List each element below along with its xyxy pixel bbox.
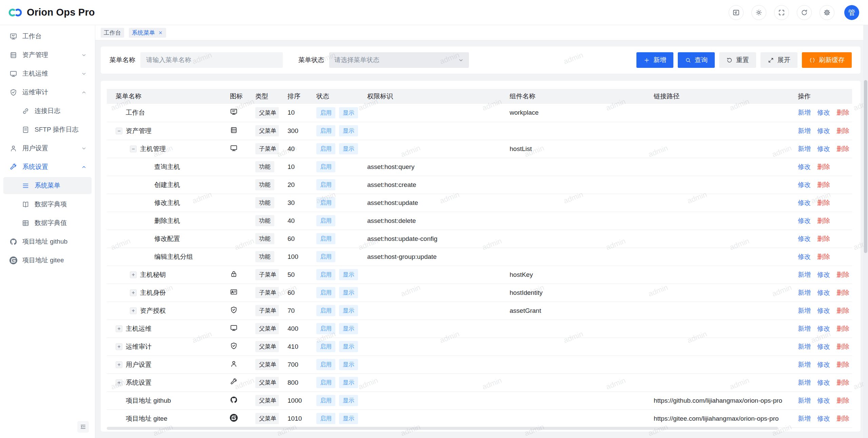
- refresh-button[interactable]: [797, 5, 812, 20]
- sidebar-item[interactable]: 项目地址 gitee: [3, 252, 92, 269]
- expand-row-button[interactable]: +: [116, 379, 122, 386]
- add-row-action[interactable]: 新增: [798, 325, 811, 332]
- add-row-action[interactable]: 新增: [798, 361, 811, 368]
- component-name: [501, 122, 645, 140]
- menu-sort: 50: [279, 266, 308, 284]
- edit-row-action[interactable]: 修改: [798, 199, 811, 206]
- sidebar-item[interactable]: 工作台: [3, 28, 92, 45]
- expand-row-button[interactable]: +: [130, 289, 137, 296]
- edit-row-action[interactable]: 修改: [798, 163, 811, 170]
- delete-row-action[interactable]: 删除: [836, 325, 849, 332]
- add-row-action[interactable]: 新增: [798, 145, 811, 152]
- edit-row-action[interactable]: 修改: [817, 379, 830, 386]
- collapse-row-button[interactable]: −: [130, 146, 137, 152]
- edit-row-action[interactable]: 修改: [817, 289, 830, 296]
- edit-row-action[interactable]: 修改: [817, 109, 830, 116]
- theme-button[interactable]: [751, 5, 766, 20]
- add-row-action[interactable]: 新增: [798, 379, 811, 386]
- edit-row-action[interactable]: 修改: [817, 343, 830, 350]
- refresh-cache-button[interactable]: 刷新缓存: [802, 52, 852, 68]
- tab-active[interactable]: 系统菜单: [129, 28, 166, 38]
- add-row-action[interactable]: 新增: [798, 397, 811, 404]
- delete-row-action[interactable]: 删除: [836, 343, 849, 350]
- edit-row-action[interactable]: 修改: [798, 181, 811, 188]
- sidebar: 工作台资产管理主机运维运维审计连接日志SFTP 操作日志用户设置系统设置系统菜单…: [0, 25, 95, 438]
- expand-row-button[interactable]: +: [116, 361, 122, 368]
- delete-row-action[interactable]: 删除: [817, 181, 830, 188]
- permission-code: asset:host:update-config: [358, 230, 501, 248]
- delete-row-action[interactable]: 删除: [817, 235, 830, 242]
- permission-code: [358, 410, 501, 427]
- collapse-row-button[interactable]: −: [116, 128, 122, 134]
- sidebar-item[interactable]: 运维审计: [3, 84, 92, 101]
- edit-row-action[interactable]: 修改: [817, 397, 830, 404]
- search-button[interactable]: 查询: [678, 52, 715, 68]
- edit-row-action[interactable]: 修改: [798, 217, 811, 224]
- delete-row-action[interactable]: 删除: [836, 307, 849, 314]
- expand-row-button[interactable]: +: [130, 307, 137, 314]
- delete-row-action[interactable]: 删除: [836, 145, 849, 152]
- menu-status-label: 菜单状态: [298, 56, 324, 64]
- add-row-action[interactable]: 新增: [798, 271, 811, 278]
- component-name: [501, 320, 645, 338]
- delete-row-action[interactable]: 删除: [836, 289, 849, 296]
- sidebar-item[interactable]: 项目地址 github: [3, 233, 92, 250]
- menu-type-tag: 功能: [255, 233, 274, 244]
- reset-button[interactable]: 重置: [719, 52, 756, 68]
- add-row-action[interactable]: 新增: [798, 127, 811, 134]
- code-window-button[interactable]: [729, 5, 744, 20]
- fullscreen-button[interactable]: [774, 5, 789, 20]
- edit-row-action[interactable]: 修改: [817, 271, 830, 278]
- add-row-action[interactable]: 新增: [798, 415, 811, 422]
- delete-row-action[interactable]: 删除: [817, 199, 830, 206]
- delete-row-action[interactable]: 删除: [836, 109, 849, 116]
- sidebar-collapse-button[interactable]: [77, 421, 89, 433]
- add-row-action[interactable]: 新增: [798, 109, 811, 116]
- edit-row-action[interactable]: 修改: [817, 145, 830, 152]
- delete-row-action[interactable]: 删除: [836, 415, 849, 422]
- sidebar-item[interactable]: 用户设置: [3, 140, 92, 157]
- sidebar-item[interactable]: 连接日志: [3, 102, 92, 119]
- add-button[interactable]: 新增: [636, 52, 673, 68]
- edit-row-action[interactable]: 修改: [817, 325, 830, 332]
- user-avatar[interactable]: 管: [844, 5, 859, 20]
- sidebar-item[interactable]: 系统菜单: [3, 177, 92, 194]
- close-icon[interactable]: [158, 30, 163, 35]
- app-logo: Orion Ops Pro: [8, 7, 95, 18]
- delete-row-action[interactable]: 删除: [817, 217, 830, 224]
- sidebar-item[interactable]: 数据字典值: [3, 214, 92, 231]
- add-row-action[interactable]: 新增: [798, 307, 811, 314]
- add-row-action[interactable]: 新增: [798, 289, 811, 296]
- edit-row-action[interactable]: 修改: [817, 361, 830, 368]
- horizontal-scrollbar-thumb[interactable]: [107, 427, 778, 430]
- menu-type-tag: 功能: [255, 179, 274, 190]
- topbar: Orion Ops Pro 管: [0, 0, 868, 25]
- sidebar-item[interactable]: 主机运维: [3, 65, 92, 82]
- vertical-scrollbar-thumb[interactable]: [864, 80, 867, 253]
- delete-row-action[interactable]: 删除: [836, 397, 849, 404]
- add-row-action[interactable]: 新增: [798, 343, 811, 350]
- expand-row-button[interactable]: +: [116, 325, 122, 332]
- delete-row-action[interactable]: 删除: [836, 379, 849, 386]
- edit-row-action[interactable]: 修改: [817, 307, 830, 314]
- delete-row-action[interactable]: 删除: [836, 127, 849, 134]
- expand-row-button[interactable]: +: [116, 343, 122, 350]
- edit-row-action[interactable]: 修改: [798, 253, 811, 260]
- expand-row-button[interactable]: +: [130, 271, 137, 278]
- sidebar-item[interactable]: 系统设置: [3, 158, 92, 175]
- edit-row-action[interactable]: 修改: [817, 127, 830, 134]
- delete-row-action[interactable]: 删除: [836, 271, 849, 278]
- tab-item[interactable]: 工作台: [101, 28, 124, 38]
- edit-row-action[interactable]: 修改: [817, 415, 830, 422]
- delete-row-action[interactable]: 删除: [817, 163, 830, 170]
- delete-row-action[interactable]: 删除: [836, 361, 849, 368]
- sidebar-item[interactable]: 数据字典项: [3, 196, 92, 213]
- delete-row-action[interactable]: 删除: [817, 253, 830, 260]
- settings-button[interactable]: [820, 5, 834, 20]
- sidebar-item[interactable]: 资产管理: [3, 46, 92, 63]
- sidebar-item[interactable]: SFTP 操作日志: [3, 121, 92, 138]
- menu-name-input[interactable]: [140, 52, 283, 68]
- edit-row-action[interactable]: 修改: [798, 235, 811, 242]
- expand-button[interactable]: 展开: [761, 52, 797, 68]
- menu-status-select[interactable]: 请选择菜单状态: [329, 52, 469, 68]
